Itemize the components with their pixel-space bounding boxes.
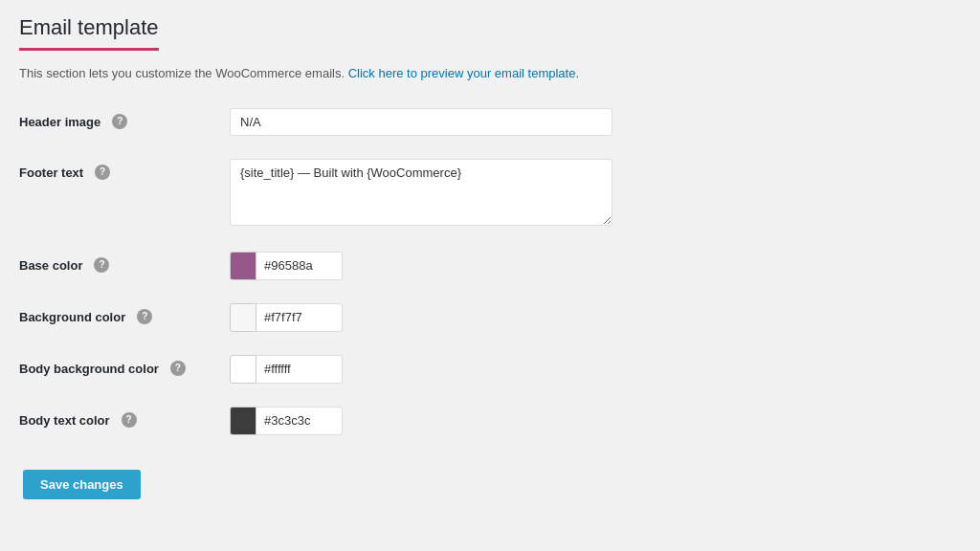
content-area: Email template This section lets you cus… — [0, 0, 980, 551]
body-background-color-row: Body background color ? — [19, 351, 961, 387]
header-image-label: Header image ? — [19, 108, 230, 130]
footer-text-label: Footer text ? — [19, 159, 230, 181]
base-color-input[interactable] — [256, 252, 343, 280]
preview-link[interactable]: Click here to preview your email templat… — [348, 66, 579, 80]
page-description: This section lets you customize the WooC… — [19, 64, 961, 83]
background-color-row: Background color ? — [19, 299, 961, 336]
footer-text-row: Footer text ? {site_title} — Built with … — [19, 155, 961, 232]
save-button-wrapper: Save changes — [19, 454, 961, 499]
background-color-swatch[interactable] — [230, 303, 256, 332]
background-color-label: Background color ? — [19, 303, 230, 325]
body-background-color-swatch-wrapper — [230, 355, 961, 384]
body-background-color-swatch[interactable] — [230, 355, 256, 384]
footer-text-input[interactable]: {site_title} — Built with {WooCommerce} — [230, 159, 612, 226]
body-background-color-label: Body background color ? — [19, 355, 230, 377]
background-color-control — [230, 303, 961, 332]
background-color-input[interactable] — [256, 303, 343, 332]
body-text-color-help-icon[interactable]: ? — [122, 412, 137, 428]
body-text-color-swatch[interactable] — [230, 407, 256, 435]
header-image-input[interactable] — [230, 108, 612, 136]
base-color-help-icon[interactable]: ? — [94, 257, 109, 273]
base-color-swatch-wrapper — [230, 252, 961, 280]
body-text-color-row: Body text color ? — [19, 403, 961, 439]
page-title: Email template — [19, 15, 159, 51]
base-color-control — [230, 252, 961, 280]
body-text-color-label: Body text color ? — [19, 407, 230, 429]
base-color-swatch[interactable] — [230, 252, 256, 280]
header-image-row: Header image ? — [19, 104, 961, 140]
save-changes-button[interactable]: Save changes — [23, 470, 141, 499]
background-color-help-icon[interactable]: ? — [137, 309, 152, 324]
body-text-color-swatch-wrapper — [230, 407, 961, 435]
body-background-color-input[interactable] — [256, 355, 343, 384]
header-image-help-icon[interactable]: ? — [112, 114, 127, 129]
base-color-row: Base color ? — [19, 248, 961, 284]
header-image-control — [230, 108, 961, 136]
footer-text-control: {site_title} — Built with {WooCommerce} — [230, 159, 961, 229]
body-text-color-input[interactable] — [256, 407, 343, 435]
background-color-swatch-wrapper — [230, 303, 961, 332]
body-text-color-control — [230, 407, 961, 435]
body-background-color-control — [230, 355, 961, 384]
footer-text-help-icon[interactable]: ? — [95, 165, 110, 180]
base-color-label: Base color ? — [19, 252, 230, 274]
body-background-color-help-icon[interactable]: ? — [170, 361, 186, 376]
